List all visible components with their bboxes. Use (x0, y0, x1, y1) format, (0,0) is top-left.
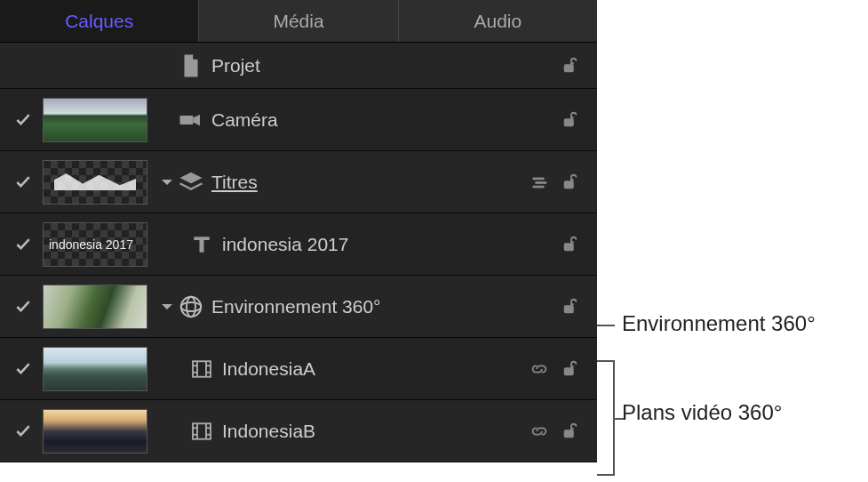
lock-icon[interactable] (561, 173, 581, 192)
row-project[interactable]: Projet (0, 43, 597, 89)
camera-icon (178, 107, 204, 133)
svg-rect-11 (193, 423, 211, 439)
layers-icon (178, 169, 204, 196)
thumbnail-titles[interactable] (43, 160, 147, 205)
blend-icon[interactable] (530, 173, 549, 192)
lock-icon[interactable] (561, 110, 581, 130)
thumbnail-camera[interactable] (43, 98, 147, 142)
env-360-label: Environnement 360° (204, 296, 561, 317)
link-icon[interactable] (530, 422, 549, 441)
tab-bar: Calques Média Audio (0, 0, 597, 43)
thumbnail-env-360[interactable] (43, 285, 147, 329)
thumbnail-indonesia-b[interactable] (43, 409, 147, 454)
disclosure-triangle[interactable] (156, 172, 178, 193)
callout-bracket (597, 360, 615, 476)
annotation-plans-360: Plans vidéo 360° (622, 400, 782, 425)
project-label: Projet (204, 55, 561, 76)
indonesia-b-label: IndonesiaB (215, 421, 530, 442)
row-camera[interactable]: Caméra (0, 89, 597, 151)
row-indonesia-b[interactable]: IndonesiaB (0, 400, 597, 462)
thumb-text: indonesia 2017 (49, 237, 133, 252)
checkbox[interactable] (11, 422, 36, 440)
text-icon (188, 231, 215, 258)
svg-rect-0 (180, 116, 194, 125)
film-icon (188, 418, 215, 445)
callout-line (597, 325, 615, 326)
annotation-env-360: Environnement 360° (622, 311, 816, 336)
svg-point-1 (181, 296, 202, 317)
lock-icon[interactable] (561, 235, 581, 254)
row-titles[interactable]: Titres (0, 151, 597, 213)
thumbnail-indonesia-2017[interactable]: indonesia 2017 (43, 222, 147, 267)
tab-layers[interactable]: Calques (0, 0, 199, 42)
indonesia-2017-label: indonesia 2017 (215, 234, 561, 255)
camera-label: Caméra (204, 109, 561, 131)
lock-icon[interactable] (561, 422, 581, 441)
checkbox[interactable] (11, 173, 36, 191)
lock-icon[interactable] (561, 297, 581, 317)
link-icon[interactable] (530, 359, 549, 379)
layer-rows: Projet Caméra (0, 43, 597, 462)
svg-point-3 (187, 296, 195, 317)
disclosure-triangle[interactable] (156, 296, 178, 317)
lock-icon[interactable] (561, 359, 581, 379)
tab-media[interactable]: Média (199, 0, 398, 42)
tab-audio[interactable]: Audio (399, 0, 597, 42)
lock-icon[interactable] (561, 56, 581, 76)
checkbox[interactable] (11, 298, 36, 316)
globe-360-icon (178, 293, 204, 320)
checkbox[interactable] (11, 236, 36, 253)
indonesia-a-label: IndonesiaA (215, 358, 530, 380)
checkbox[interactable] (11, 111, 36, 129)
row-env-360[interactable]: Environnement 360° (0, 276, 597, 338)
row-indonesia-2017[interactable]: indonesia 2017 indonesia 2017 (0, 213, 597, 276)
layers-panel: Calques Média Audio Projet (0, 0, 597, 462)
svg-rect-4 (193, 361, 211, 377)
checkbox[interactable] (11, 360, 36, 378)
titles-label: Titres (204, 172, 530, 193)
thumbnail-indonesia-a[interactable] (43, 347, 147, 391)
row-indonesia-a[interactable]: IndonesiaA (0, 338, 597, 400)
svg-point-2 (181, 302, 202, 311)
project-icon (178, 52, 204, 79)
film-icon (188, 356, 215, 382)
